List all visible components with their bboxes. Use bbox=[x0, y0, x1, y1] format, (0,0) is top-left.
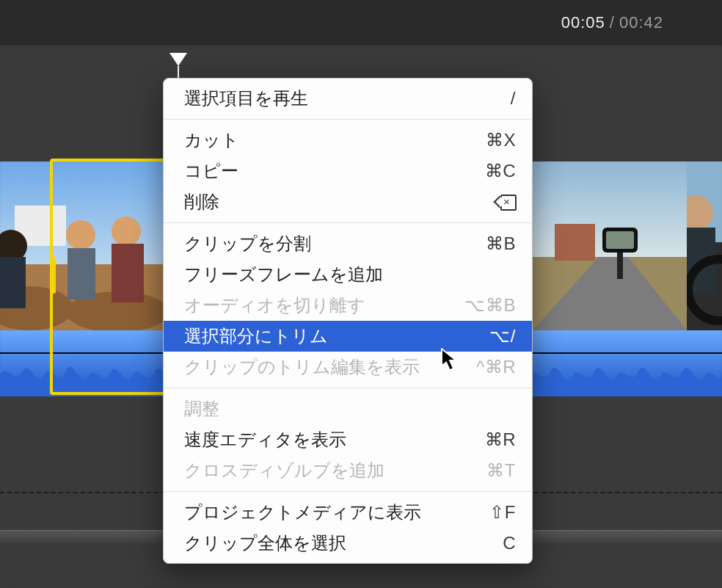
menu-item-add-freeze-frame[interactable]: フリーズフレームを追加 bbox=[164, 259, 532, 290]
menu-separator bbox=[164, 119, 532, 120]
menu-separator bbox=[164, 388, 532, 388]
menu-shortcut: ⌥⌘B bbox=[464, 295, 516, 316]
menu-label: プロジェクトメディアに表示 bbox=[184, 501, 421, 524]
svg-point-7 bbox=[66, 220, 95, 250]
menu-label: クロスディゾルブを追加 bbox=[184, 459, 384, 482]
menu-shortcut: ⌘B bbox=[486, 233, 516, 254]
menu-item-adjust: 調整 bbox=[164, 393, 532, 424]
menu-label: コピー bbox=[184, 159, 238, 183]
menu-label: 速度エディタを表示 bbox=[184, 428, 346, 451]
svg-rect-17 bbox=[606, 231, 634, 249]
menu-separator bbox=[164, 222, 532, 223]
menu-shortcut: ^⌘R bbox=[476, 357, 516, 377]
clip-thumbnail-1[interactable] bbox=[0, 161, 170, 330]
top-bar: 00:05 / 00:42 bbox=[0, 0, 722, 46]
menu-label: 選択項目を再生 bbox=[184, 87, 308, 110]
menu-label: 選択部分にトリム bbox=[184, 324, 328, 348]
menu-item-show-speed-editor[interactable]: 速度エディタを表示 ⌘R bbox=[164, 424, 532, 455]
menu-item-play-selection[interactable]: 選択項目を再生 / bbox=[164, 83, 532, 114]
menu-shortcut: ⌥/ bbox=[489, 326, 516, 346]
menu-shortcut: / bbox=[511, 88, 516, 109]
menu-shortcut: ⌘R bbox=[485, 429, 516, 450]
clip-thumbnail-3[interactable] bbox=[687, 161, 722, 330]
menu-item-add-cross-dissolve: クロスディゾルブを追加 ⌘T bbox=[164, 455, 532, 486]
svg-rect-10 bbox=[112, 244, 144, 302]
menu-item-split-clip[interactable]: クリップを分割 ⌘B bbox=[164, 228, 532, 259]
menu-item-select-entire-clip[interactable]: クリップ全体を選択 C bbox=[164, 528, 532, 559]
menu-shortcut: ⌘X bbox=[486, 130, 516, 150]
clip-context-menu[interactable]: 選択項目を再生 / カット ⌘X コピー ⌘C 削除 × クリップを分割 ⌘B … bbox=[163, 78, 533, 564]
menu-item-trim-to-selection[interactable]: 選択部分にトリム ⌥/ bbox=[164, 321, 532, 352]
menu-shortcut: ⌘T bbox=[486, 460, 516, 481]
playhead-marker-icon bbox=[169, 53, 187, 66]
delete-key-icon: × bbox=[497, 195, 516, 209]
menu-item-delete[interactable]: 削除 × bbox=[164, 186, 532, 217]
menu-label: カット bbox=[184, 128, 239, 152]
menu-shortcut: ⌘C bbox=[485, 161, 516, 181]
time-current: 00:05 bbox=[561, 13, 605, 32]
menu-item-detach-audio: オーディオを切り離す ⌥⌘B bbox=[164, 290, 532, 321]
menu-separator bbox=[164, 491, 532, 492]
menu-item-show-trim-editor: クリップのトリム編集を表示 ^⌘R bbox=[164, 352, 532, 382]
svg-rect-8 bbox=[68, 248, 95, 300]
menu-label: クリップを分割 bbox=[184, 232, 311, 255]
clip-thumbnail-2[interactable] bbox=[533, 161, 687, 330]
menu-item-copy[interactable]: コピー ⌘C bbox=[164, 156, 532, 186]
menu-label: クリップのトリム編集を表示 bbox=[184, 355, 420, 379]
menu-label: 削除 bbox=[184, 190, 219, 214]
menu-label: フリーズフレームを追加 bbox=[184, 263, 383, 286]
svg-rect-6 bbox=[0, 257, 26, 308]
svg-rect-13 bbox=[555, 224, 595, 261]
menu-item-cut[interactable]: カット ⌘X bbox=[164, 125, 532, 156]
menu-label: クリップ全体を選択 bbox=[184, 531, 346, 555]
menu-shortcut: C bbox=[503, 533, 516, 553]
time-separator: / bbox=[610, 13, 615, 32]
menu-shortcut: ⇧F bbox=[489, 502, 516, 523]
svg-point-9 bbox=[112, 217, 141, 246]
menu-label: オーディオを切り離す bbox=[184, 294, 365, 317]
menu-label: 調整 bbox=[184, 397, 219, 421]
time-total: 00:42 bbox=[619, 13, 663, 32]
menu-item-reveal-in-project-media[interactable]: プロジェクトメディアに表示 ⇧F bbox=[164, 497, 532, 528]
